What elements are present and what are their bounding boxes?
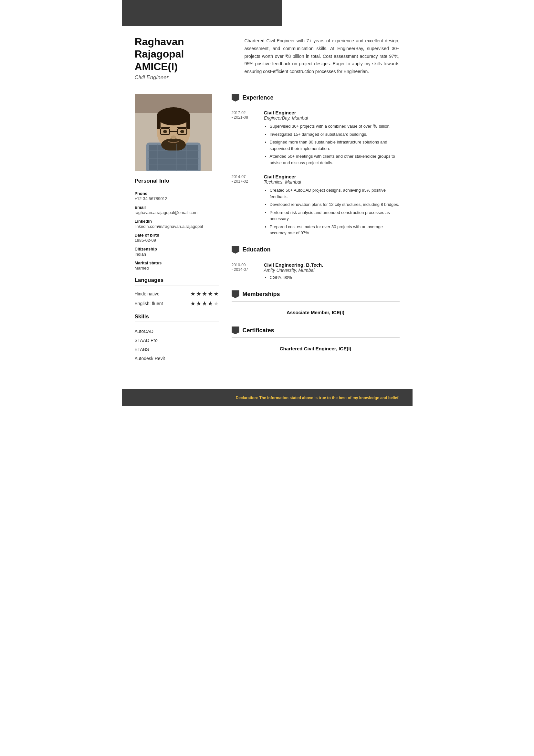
exp2-title: Civil Engineer bbox=[264, 174, 400, 179]
star-5: ★ bbox=[214, 290, 219, 297]
phone-label: Phone bbox=[135, 191, 219, 196]
star-1: ★ bbox=[190, 300, 195, 307]
star-4: ★ bbox=[208, 290, 213, 297]
skill-staad: STAAD Pro bbox=[135, 336, 219, 345]
profile-photo bbox=[135, 94, 212, 171]
personal-info-section: Personal Info Phone +12 34 56789012 Emai… bbox=[135, 178, 219, 271]
candidate-name: Raghavan Rajagopal bbox=[135, 36, 232, 61]
education-section: Education 2010-09- 2014-07 Civil Enginee… bbox=[232, 246, 400, 283]
education-item-1: 2010-09- 2014-07 Civil Engineering, B.Te… bbox=[232, 262, 400, 283]
languages-section: Languages Hindi: native ★ ★ ★ ★ ★ Englis… bbox=[135, 277, 219, 307]
memberships-section: Memberships Associate Member, ICE(I) bbox=[232, 290, 400, 318]
linkedin-label: LinkedIn bbox=[135, 219, 219, 224]
exp1-bullet-4: Attended 50+ meetings with clients and o… bbox=[270, 153, 400, 166]
star-1: ★ bbox=[190, 290, 195, 297]
star-5: ★ bbox=[214, 300, 219, 307]
exp1-dates: 2017-02- 2021-08 bbox=[232, 110, 258, 167]
exp2-bullets: Created 50+ AutoCAD project designs, ach… bbox=[264, 187, 400, 236]
marital-label: Marital status bbox=[135, 260, 219, 265]
experience-header: Experience bbox=[232, 94, 400, 101]
memberships-title: Memberships bbox=[242, 291, 280, 298]
edu1-title: Civil Engineering, B.Tech. bbox=[264, 262, 400, 268]
edu1-bullet-1: CGPA: 90% bbox=[270, 274, 400, 281]
memberships-header: Memberships bbox=[232, 290, 400, 298]
svg-rect-8 bbox=[187, 116, 190, 129]
edu1-institution: Amity University, Mumbai bbox=[264, 268, 400, 273]
main-layout: Personal Info Phone +12 34 56789012 Emai… bbox=[122, 87, 413, 376]
edu1-bullets: CGPA: 90% bbox=[264, 274, 400, 281]
dob-value: 1985-02-09 bbox=[135, 238, 219, 243]
experience-title: Experience bbox=[242, 94, 274, 101]
footer-bar: Declaration: The information stated abov… bbox=[122, 389, 413, 406]
language-hindi-name: Hindi: native bbox=[135, 291, 160, 296]
summary-text: Chartered Civil Engineer with 7+ years o… bbox=[244, 36, 400, 76]
candidate-designation: Civil Engineer bbox=[135, 74, 232, 81]
candidate-credentials: AMICE(I) bbox=[135, 61, 232, 73]
email-value: raghavan.a.rajagopal@email.com bbox=[135, 210, 219, 215]
exp1-bullet-3: Designed more than 80 sustainable infras… bbox=[270, 139, 400, 151]
marital-value: Married bbox=[135, 266, 219, 271]
svg-point-6 bbox=[157, 107, 190, 125]
exp2-bullet-2: Developed renovation plans for 12 city s… bbox=[270, 202, 400, 208]
star-4: ★ bbox=[208, 300, 213, 307]
linkedin-value: linkedin.com/in/raghavan.a.rajagopal bbox=[135, 224, 219, 229]
star-2: ★ bbox=[196, 290, 201, 297]
svg-point-15 bbox=[171, 135, 176, 139]
svg-point-9 bbox=[161, 138, 186, 151]
certificates-icon bbox=[232, 326, 240, 334]
skill-etabs: ETABS bbox=[135, 345, 219, 354]
exp1-bullet-2: Investigated 15+ damaged or substandard … bbox=[270, 131, 400, 138]
exp1-bullet-1: Supervised 30+ projects with a combined … bbox=[270, 123, 400, 130]
svg-rect-7 bbox=[157, 116, 161, 129]
language-hindi: Hindi: native ★ ★ ★ ★ ★ bbox=[135, 290, 219, 297]
certificate-item-1: Chartered Civil Engineer, ICE(I) bbox=[232, 343, 400, 355]
exp2-bullet-1: Created 50+ AutoCAD project designs, ach… bbox=[270, 187, 400, 200]
svg-point-14 bbox=[180, 130, 184, 133]
exp2-company: Techniics, Mumbai bbox=[264, 179, 400, 185]
exp2-bullet-4: Prepared cost estimates for over 30 proj… bbox=[270, 224, 400, 236]
name-block: Raghavan Rajagopal AMICE(I) Civil Engine… bbox=[135, 36, 232, 81]
citizenship-item: Citizenship Indian bbox=[135, 247, 219, 256]
experience-divider bbox=[232, 105, 400, 105]
dob-item: Date of birth 1985-02-09 bbox=[135, 233, 219, 243]
citizenship-label: Citizenship bbox=[135, 247, 219, 252]
language-english-name: English: fluent bbox=[135, 301, 163, 306]
exp2-bullet-3: Performed risk analysis and amended cons… bbox=[270, 209, 400, 222]
experience-icon bbox=[232, 94, 240, 101]
star-3: ★ bbox=[202, 290, 207, 297]
education-divider bbox=[232, 257, 400, 257]
hindi-stars: ★ ★ ★ ★ ★ bbox=[190, 290, 219, 297]
edu1-detail: Civil Engineering, B.Tech. Amity Univers… bbox=[264, 262, 400, 283]
education-icon bbox=[232, 246, 240, 254]
exp1-company: EngineerBay, Mumbai bbox=[264, 115, 400, 121]
memberships-icon bbox=[232, 290, 240, 298]
certificates-title: Certificates bbox=[242, 327, 274, 334]
dob-label: Date of birth bbox=[135, 233, 219, 237]
skill-revit: Autodesk Revit bbox=[135, 354, 219, 363]
skills-title: Skills bbox=[135, 313, 219, 322]
header-bar bbox=[122, 0, 282, 26]
education-header: Education bbox=[232, 246, 400, 254]
certificates-header: Certificates bbox=[232, 326, 400, 334]
skill-autocad: AutoCAD bbox=[135, 327, 219, 336]
exp1-bullets: Supervised 30+ projects with a combined … bbox=[264, 123, 400, 166]
phone-item: Phone +12 34 56789012 bbox=[135, 191, 219, 201]
exp1-detail: Civil Engineer EngineerBay, Mumbai Super… bbox=[264, 110, 400, 167]
english-stars: ★ ★ ★ ★ ★ bbox=[190, 300, 219, 307]
language-english: English: fluent ★ ★ ★ ★ ★ bbox=[135, 300, 219, 307]
memberships-divider bbox=[232, 301, 400, 302]
name-section: Raghavan Rajagopal AMICE(I) Civil Engine… bbox=[122, 26, 413, 87]
experience-section: Experience 2017-02- 2021-08 Civil Engine… bbox=[232, 94, 400, 238]
experience-item-1: 2017-02- 2021-08 Civil Engineer Engineer… bbox=[232, 110, 400, 167]
marital-item: Marital status Married bbox=[135, 260, 219, 271]
email-item: Email raghavan.a.rajagopal@email.com bbox=[135, 205, 219, 215]
certificates-section: Certificates Chartered Civil Engineer, I… bbox=[232, 326, 400, 355]
declaration-text: Declaration: The information stated abov… bbox=[236, 395, 400, 400]
personal-info-title: Personal Info bbox=[135, 178, 219, 186]
sidebar: Personal Info Phone +12 34 56789012 Emai… bbox=[135, 94, 219, 369]
languages-title: Languages bbox=[135, 277, 219, 285]
edu1-dates: 2010-09- 2014-07 bbox=[232, 262, 258, 283]
experience-item-2: 2014-07- 2017-02 Civil Engineer Techniic… bbox=[232, 174, 400, 238]
email-label: Email bbox=[135, 205, 219, 210]
svg-point-13 bbox=[163, 130, 167, 133]
